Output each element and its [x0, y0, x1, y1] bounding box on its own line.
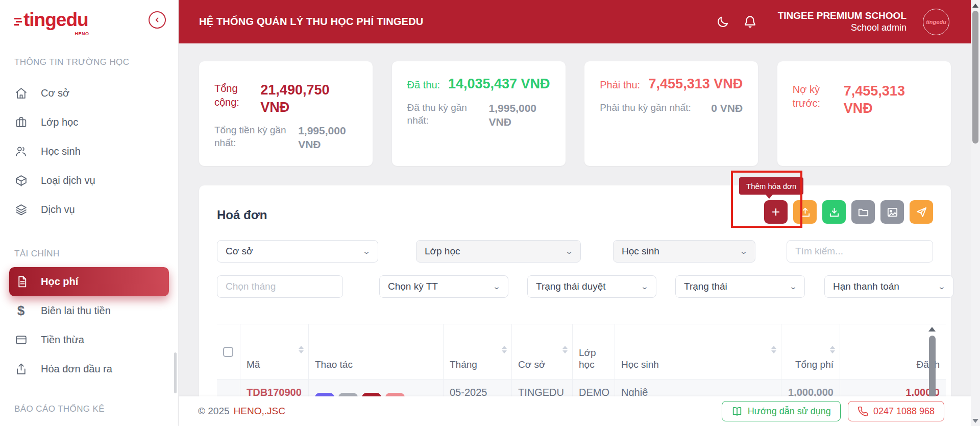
sidebar-item-label: Học sinh — [41, 146, 81, 157]
stat-sub-label: Phải thu kỳ gần nhất: — [600, 101, 691, 115]
school-name: TINGEE PREMIUM SCHOOL — [778, 10, 906, 21]
sidebar-item-label: Dịch vụ — [41, 204, 75, 216]
sidebar-item-dich-vu[interactable]: Dịch vụ — [0, 195, 178, 224]
header-cell-hoc-sinh[interactable]: Học sinh — [615, 324, 781, 379]
avatar[interactable]: tingedu — [923, 9, 949, 35]
download-button[interactable] — [822, 200, 846, 224]
sidebar-item-hoc-phi[interactable]: Học phí — [9, 267, 169, 296]
stat-label: Tổng cộng: — [214, 82, 260, 116]
header-cell-thang[interactable]: Tháng — [444, 324, 512, 379]
notifications-button[interactable] — [743, 15, 757, 29]
filter-lop-hoc[interactable]: Lớp học ⌄ — [416, 240, 581, 263]
sidebar-item-label: Hóa đơn đầu ra — [41, 363, 112, 375]
scroll-down-arrow-icon[interactable] — [972, 419, 978, 423]
app-title: HỆ THỐNG QUẢN LÝ THU HỌC PHÍ TINGEDU — [199, 16, 423, 28]
select-all-checkbox[interactable] — [223, 347, 233, 357]
table-header-row: Mã Thao tác Tháng Cơ sở Lớp học Học sinh… — [217, 324, 946, 380]
stat-value: 7,455,313 VNĐ — [844, 83, 925, 117]
chevron-down-icon: ⌄ — [789, 282, 797, 291]
sidebar-section-reports: BÁO CÁO THỐNG KÊ — [0, 404, 178, 414]
send-button[interactable] — [910, 200, 933, 224]
hotline-number: 0247 1088 968 — [873, 406, 935, 417]
header-cell-tong-phi[interactable]: Tổng phí — [781, 324, 840, 379]
topbar: HỆ THỐNG QUẢN LÝ THU HỌC PHÍ TINGEDU TIN… — [179, 0, 971, 43]
sidebar-section-school-info: THÔNG TIN TRƯỜNG HỌC — [0, 57, 178, 67]
phone-icon — [857, 406, 868, 417]
tingedu-logo[interactable]: tingedu HENO — [14, 9, 88, 31]
sidebar-scrollbar[interactable] — [174, 352, 177, 393]
filter-trang-thai-duyet[interactable]: Trạng thái duyệt ⌄ — [527, 275, 656, 298]
filter-label: Trạng thái duyệt — [536, 281, 606, 292]
arrow-left-icon — [153, 15, 162, 25]
sidebar-item-loai-dich-vu[interactable]: Loại dịch vụ — [0, 166, 178, 195]
filter-trang-thai[interactable]: Trạng thái ⌄ — [675, 275, 805, 298]
header-cell-lop-hoc: Lớp học — [573, 324, 615, 379]
sidebar-collapse-button[interactable] — [149, 11, 166, 29]
filter-co-so[interactable]: Cơ sở ⌄ — [217, 240, 378, 263]
company-link[interactable]: HENO,.JSC — [234, 406, 285, 417]
add-invoice-button[interactable]: + — [764, 200, 788, 224]
sidebar-item-co-so[interactable]: Cơ sở — [0, 79, 178, 108]
download-icon — [828, 206, 840, 218]
chevron-down-icon: ⌄ — [493, 282, 501, 291]
layers-icon — [14, 203, 28, 217]
scroll-up-arrow-icon[interactable] — [972, 4, 978, 8]
dollar-icon: $ — [14, 304, 28, 318]
filter-hoc-sinh[interactable]: Học sinh ⌄ — [613, 240, 755, 263]
filter-han-thanh-toan[interactable]: Hạn thanh toán ⌄ — [824, 275, 953, 298]
filter-label: Trạng thái — [684, 281, 727, 292]
moon-icon — [716, 15, 729, 29]
sidebar-item-tien-thua[interactable]: Tiền thừa — [0, 325, 178, 354]
stat-value: 14,035,437 VNĐ — [448, 76, 550, 93]
sort-icon[interactable] — [562, 346, 568, 353]
dark-mode-toggle[interactable] — [716, 15, 730, 29]
chevron-down-icon: ⌄ — [740, 247, 748, 255]
header-cell-ma[interactable]: Mã — [240, 324, 309, 379]
briefcase-icon — [14, 116, 28, 129]
page-scrollbar-thumb[interactable] — [972, 11, 978, 144]
stat-card-no-ky-truoc: Nợ kỳ trước: 7,455,313 VNĐ — [777, 61, 951, 166]
account-info[interactable]: TINGEE PREMIUM SCHOOL School admin — [778, 10, 906, 33]
sort-icon[interactable] — [299, 346, 304, 353]
sidebar-item-label: Cơ sở — [41, 87, 69, 99]
upload-button[interactable] — [793, 200, 817, 224]
invoice-toolbar: + — [764, 200, 933, 224]
month-input[interactable] — [226, 281, 334, 292]
invoice-panel: Hoá đơn + Cơ sở ⌄ — [199, 185, 951, 426]
logo-speed-lines-icon — [14, 17, 22, 26]
sidebar-item-lop-hoc[interactable]: Lớp học — [0, 108, 178, 137]
folder-button[interactable] — [851, 200, 875, 224]
search-input[interactable] — [795, 246, 924, 257]
document-icon — [15, 275, 29, 289]
chevron-down-icon: ⌄ — [641, 282, 649, 291]
stat-card-da-thu: Đã thu: 14,035,437 VNĐ Đã thu kỳ gần nhấ… — [392, 61, 566, 166]
sidebar-item-label: Biên lai thu tiền — [41, 305, 111, 317]
sidebar-item-hoa-don-dau-ra[interactable]: Hóa đơn đầu ra — [0, 354, 178, 384]
sidebar-item-hoc-sinh[interactable]: Học sinh — [0, 137, 178, 166]
stat-sub-value: 1,995,000 VNĐ — [489, 101, 550, 129]
users-icon — [14, 145, 28, 158]
filter-label: Cơ sở — [226, 246, 253, 257]
sidebar-item-label: Lớp học — [41, 116, 78, 128]
sort-icon[interactable] — [830, 346, 835, 353]
sort-icon[interactable] — [502, 346, 507, 353]
logo-text: tingedu — [23, 9, 88, 30]
stat-sub-label: Đã thu kỳ gần nhất: — [407, 101, 489, 129]
page-scrollbar[interactable] — [971, 0, 980, 426]
folder-icon — [857, 206, 869, 218]
export-icon — [14, 363, 28, 376]
scroll-up-arrow-icon[interactable] — [928, 327, 936, 332]
header-cell-thao-tac: Thao tác — [309, 324, 444, 379]
header-cell-checkbox — [217, 324, 240, 379]
package-icon — [14, 174, 28, 187]
sort-icon[interactable] — [771, 346, 776, 353]
hotline-button[interactable]: 0247 1088 968 — [848, 401, 944, 421]
sidebar-item-bien-lai[interactable]: $ Biên lai thu tiền — [0, 296, 178, 325]
header-cell-co-so[interactable]: Cơ sở — [512, 324, 573, 379]
stat-sub-value: 0 VNĐ — [711, 101, 743, 115]
plus-icon: + — [772, 205, 780, 219]
sidebar-item-label: Học phí — [41, 276, 78, 288]
user-guide-button[interactable]: Hướng dẫn sử dụng — [722, 401, 841, 421]
filter-chon-ky-tt[interactable]: Chọn kỳ TT ⌄ — [379, 275, 508, 298]
image-button[interactable] — [880, 200, 904, 224]
